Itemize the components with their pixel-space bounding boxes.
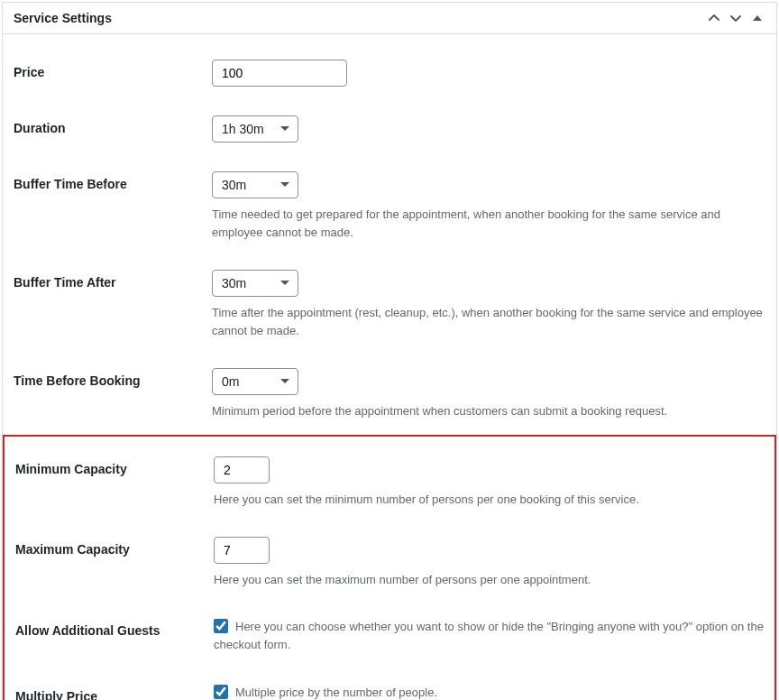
min-capacity-label: Minimum Capacity: [15, 456, 214, 476]
duration-control: 1h 30m: [212, 115, 765, 143]
time-before-booking-control: 0m Minimum period before the appointment…: [212, 368, 765, 420]
buffer-after-control: 30m Time after the appointment (rest, cl…: [212, 270, 765, 339]
allow-guests-label: Allow Additional Guests: [15, 618, 214, 638]
capacity-highlight: Minimum Capacity Here you can set the mi…: [3, 435, 776, 701]
multiply-price-label: Multiply Price: [15, 684, 214, 700]
max-capacity-desc: Here you can set the maximum number of p…: [214, 571, 764, 589]
multiply-price-desc: Multiple price by the number of people.: [235, 686, 437, 699]
buffer-before-select[interactable]: 30m: [212, 171, 298, 198]
min-capacity-row: Minimum Capacity Here you can set the mi…: [5, 442, 774, 523]
panel-header: Service Settings: [3, 3, 776, 34]
panel-body: Price Duration 1h 30m Buffer Time Before: [3, 34, 776, 700]
buffer-before-desc: Time needed to get prepared for the appo…: [212, 206, 765, 241]
time-before-booking-row: Time Before Booking 0m Minimum period be…: [14, 354, 765, 435]
max-capacity-label: Maximum Capacity: [15, 537, 214, 557]
panel-title: Service Settings: [14, 11, 112, 25]
min-capacity-input[interactable]: [214, 456, 270, 484]
max-capacity-input[interactable]: [214, 537, 270, 564]
max-capacity-control: Here you can set the maximum number of p…: [214, 537, 764, 589]
time-before-booking-select[interactable]: 0m: [212, 368, 298, 395]
allow-guests-row: Allow Additional Guests Here you can cho…: [5, 603, 774, 670]
move-up-icon[interactable]: [706, 10, 722, 26]
min-capacity-control: Here you can set the minimum number of p…: [214, 456, 764, 509]
move-down-icon[interactable]: [728, 10, 744, 26]
buffer-before-label: Buffer Time Before: [14, 171, 212, 191]
allow-guests-control: Here you can choose whether you want to …: [214, 618, 764, 656]
multiply-price-control: Multiple price by the number of people.: [214, 684, 764, 700]
collapse-icon[interactable]: [749, 10, 765, 26]
duration-row: Duration 1h 30m: [14, 101, 765, 157]
service-settings-panel: Service Settings Price Duration: [2, 2, 777, 700]
price-row: Price: [14, 45, 765, 101]
duration-select[interactable]: 1h 30m: [212, 115, 298, 143]
buffer-after-row: Buffer Time After 30m Time after the app…: [14, 255, 765, 354]
price-label: Price: [14, 60, 212, 79]
buffer-after-select[interactable]: 30m: [212, 270, 298, 297]
panel-controls: [706, 10, 765, 26]
multiply-price-row: Multiply Price Multiple price by the num…: [5, 669, 774, 700]
duration-label: Duration: [14, 115, 212, 135]
allow-guests-checkbox[interactable]: [214, 619, 228, 633]
buffer-before-row: Buffer Time Before 30m Time needed to ge…: [14, 157, 765, 255]
price-input[interactable]: [212, 60, 347, 87]
buffer-after-desc: Time after the appointment (rest, cleanu…: [212, 304, 765, 339]
min-capacity-desc: Here you can set the minimum number of p…: [214, 491, 764, 509]
buffer-before-control: 30m Time needed to get prepared for the …: [212, 171, 765, 241]
multiply-price-checkbox[interactable]: [214, 685, 228, 699]
time-before-booking-label: Time Before Booking: [14, 368, 212, 388]
buffer-after-label: Buffer Time After: [14, 270, 212, 290]
time-before-booking-desc: Minimum period before the appointment wh…: [212, 402, 765, 420]
price-control: [212, 60, 765, 87]
allow-guests-desc: Here you can choose whether you want to …: [214, 620, 764, 652]
max-capacity-row: Maximum Capacity Here you can set the ma…: [5, 522, 774, 603]
